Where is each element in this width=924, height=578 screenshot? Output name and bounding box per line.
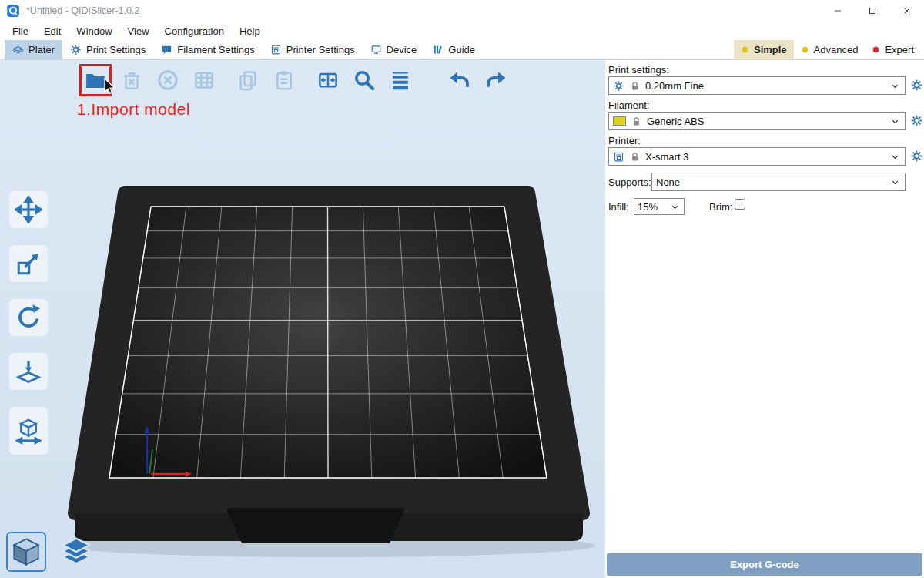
menu-file[interactable]: File [5, 25, 36, 37]
delete-icon [120, 69, 143, 92]
tab-plater-label: Plater [28, 44, 55, 55]
mode-simple-label: Simple [754, 44, 787, 55]
undo-icon [448, 69, 471, 92]
mode-expert-label: Expert [885, 44, 914, 55]
print-settings-select[interactable]: 0.20mm Fine [608, 76, 906, 95]
settings-panel: Print settings: 0.20mm Fine Filament: Ge… [604, 60, 924, 578]
mode-advanced[interactable]: Advanced [794, 40, 865, 59]
copy-button[interactable] [234, 66, 262, 94]
tab-plater[interactable]: Plater [5, 40, 62, 59]
brim-label: Brim: [709, 201, 732, 213]
menu-edit[interactable]: Edit [36, 25, 69, 37]
tab-bar: Plater Print Settings Filament Settings … [0, 40, 924, 60]
tab-guide[interactable]: Guide [424, 40, 483, 59]
place-on-face-button[interactable] [9, 353, 48, 390]
printer-label: Printer: [608, 135, 641, 146]
move-icon [15, 196, 42, 223]
split-objects-button[interactable] [314, 66, 342, 94]
tab-filament-settings[interactable]: Filament Settings [153, 40, 262, 59]
menu-bar: File Edit Window View Configuration Help [0, 22, 924, 40]
infill-label: Infill: [608, 201, 629, 213]
import-annotation: 1.Import model [77, 100, 190, 119]
menu-help[interactable]: Help [232, 25, 268, 37]
measure-button[interactable] [9, 407, 48, 455]
scale-button[interactable] [9, 245, 48, 282]
arrange-icon [192, 69, 216, 92]
close-icon [902, 6, 912, 15]
printer-gear-button[interactable] [910, 150, 923, 163]
printer-value: X-smart 3 [645, 151, 885, 163]
tab-printer-settings[interactable]: Printer Settings [263, 40, 363, 59]
mode-switcher: Simple Advanced Expert [734, 40, 921, 59]
tab-guide-label: Guide [448, 44, 475, 55]
chevron-down-icon [889, 151, 901, 163]
title-bar: *Untitled - QIDISlicer-1.0.2 [0, 0, 924, 22]
filament-select[interactable]: Generic ABS [608, 112, 906, 130]
mode-advanced-label: Advanced [814, 44, 859, 55]
chevron-down-icon [889, 80, 901, 92]
supports-value: None [656, 176, 885, 188]
chevron-down-icon [669, 201, 681, 213]
rotate-button[interactable] [9, 299, 48, 336]
tab-device[interactable]: Device [363, 40, 425, 59]
tab-print-settings[interactable]: Print Settings [62, 40, 153, 59]
paste-icon [273, 69, 296, 92]
delete-all-button[interactable] [154, 66, 182, 94]
simple-dot-icon [741, 45, 749, 54]
mode-simple[interactable]: Simple [734, 40, 794, 59]
close-button[interactable] [889, 0, 924, 22]
rotate-icon [15, 304, 42, 331]
device-icon [370, 44, 382, 55]
expert-dot-icon [872, 45, 880, 54]
tab-print-settings-label: Print Settings [86, 44, 146, 55]
mode-expert[interactable]: Expert [865, 40, 921, 59]
printer-icon [613, 151, 624, 163]
lock-icon [629, 151, 641, 163]
print-bed [0, 60, 604, 578]
delete-button[interactable] [118, 66, 146, 94]
plater-icon [12, 44, 24, 55]
minimize-button[interactable] [820, 0, 855, 22]
tab-printer-settings-label: Printer Settings [286, 44, 355, 55]
window-title: *Untitled - QIDISlicer-1.0.2 [26, 5, 139, 16]
gear-icon [613, 80, 624, 92]
chevron-down-icon [889, 176, 901, 188]
editor-view-button[interactable] [6, 532, 46, 572]
arrange-button[interactable] [190, 66, 218, 94]
app-icon [6, 4, 20, 18]
export-gcode-button[interactable]: Export G-code [607, 553, 922, 576]
tab-device-label: Device [387, 44, 417, 55]
search-button[interactable] [350, 66, 378, 94]
lock-icon [629, 80, 641, 92]
paste-button[interactable] [270, 66, 298, 94]
cube-3d-icon [10, 536, 42, 568]
filament-gear-button[interactable] [910, 114, 923, 127]
brim-checkbox[interactable] [735, 199, 745, 210]
menu-view[interactable]: View [120, 25, 157, 37]
viewport-3d[interactable]: 1.Import model [0, 60, 604, 578]
guide-icon [432, 44, 444, 55]
undo-button[interactable] [446, 66, 474, 94]
plater-toolbar [82, 66, 510, 94]
scale-icon [15, 250, 42, 277]
split-objects-icon [316, 69, 340, 92]
filament-icon [161, 44, 172, 55]
minimize-icon [833, 6, 842, 15]
supports-select[interactable]: None [651, 173, 906, 191]
move-button[interactable] [9, 191, 48, 228]
menu-configuration[interactable]: Configuration [157, 25, 232, 37]
mouse-cursor-icon [101, 77, 119, 96]
infill-value: 15% [638, 201, 666, 213]
gizmo-toolbar [9, 191, 48, 455]
menu-window[interactable]: Window [69, 25, 119, 37]
variable-layer-height-button[interactable] [387, 66, 414, 94]
advanced-dot-icon [801, 45, 809, 54]
maximize-button[interactable] [855, 0, 889, 22]
print-settings-gear-button[interactable] [910, 79, 923, 92]
copy-icon [236, 69, 259, 92]
preview-layers-button[interactable] [59, 535, 94, 570]
printer-select[interactable]: X-smart 3 [608, 147, 906, 166]
measure-icon [15, 417, 42, 445]
infill-select[interactable]: 15% [634, 198, 685, 215]
redo-button[interactable] [482, 66, 510, 94]
